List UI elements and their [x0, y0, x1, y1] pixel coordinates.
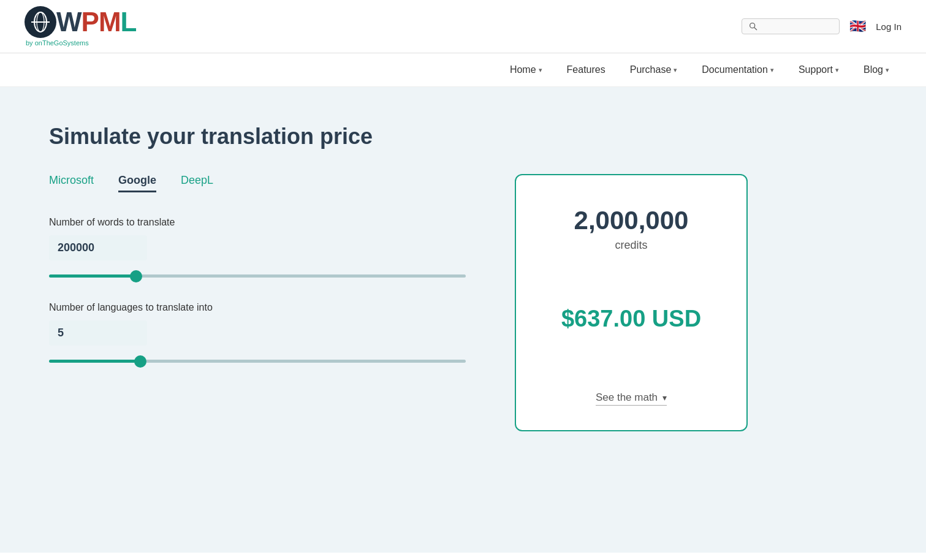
words-slider[interactable] [49, 274, 466, 278]
chevron-down-icon: ▾ [886, 66, 889, 74]
result-card: 2,000,000 credits $637.00 USD See the ma… [515, 174, 748, 431]
chevron-down-icon: ▾ [835, 66, 839, 74]
search-icon [748, 21, 758, 31]
logo-m: M [99, 7, 121, 37]
languages-label: Number of languages to translate into [49, 302, 466, 313]
logo-p: P [82, 7, 99, 37]
tab-google[interactable]: Google [118, 174, 156, 192]
chevron-down-icon: ▾ [674, 66, 677, 74]
tab-microsoft[interactable]: Microsoft [49, 174, 94, 192]
logo-area: WPML by onTheGoSystems [25, 6, 136, 47]
logo-l: L [121, 7, 137, 37]
nav-features[interactable]: Features [555, 53, 618, 86]
site-header: WPML by onTheGoSystems 🇬🇧 Log In [0, 0, 926, 53]
tab-deepl[interactable]: DeepL [181, 174, 213, 192]
nav-blog[interactable]: Blog ▾ [851, 53, 901, 86]
languages-input[interactable] [49, 320, 147, 346]
svg-point-4 [750, 23, 755, 28]
credits-section: 2,000,000 credits [574, 206, 689, 252]
result-panel: 2,000,000 credits $637.00 USD See the ma… [515, 174, 748, 431]
main-nav: Home ▾ Features Purchase ▾ Documentation… [0, 53, 926, 87]
search-box[interactable] [742, 18, 840, 34]
simulator-left: Microsoft Google DeepL Number of words t… [49, 174, 466, 387]
engine-tabs: Microsoft Google DeepL [49, 174, 466, 192]
see-math-button[interactable]: See the math ▾ [596, 392, 667, 406]
logo-w: W [56, 7, 82, 37]
nav-home[interactable]: Home ▾ [498, 53, 555, 86]
price-amount: $637.00 USD [561, 306, 701, 332]
svg-line-5 [754, 28, 757, 30]
chevron-down-icon: ▾ [539, 66, 542, 74]
languages-slider-container [49, 354, 466, 365]
credits-amount: 2,000,000 [574, 206, 689, 235]
nav-support[interactable]: Support ▾ [786, 53, 851, 86]
main-content: Simulate your translation price Microsof… [0, 87, 926, 553]
header-right: 🇬🇧 Log In [742, 18, 901, 34]
languages-slider[interactable] [49, 360, 466, 363]
logo-icon [25, 6, 56, 38]
chevron-down-icon: ▾ [662, 393, 667, 403]
words-slider-container [49, 269, 466, 280]
words-input[interactable] [49, 235, 147, 260]
words-section: Number of words to translate [49, 217, 466, 280]
logo-subtitle: by onTheGoSystems [26, 39, 89, 47]
languages-section: Number of languages to translate into [49, 302, 466, 365]
credits-label: credits [574, 239, 689, 252]
nav-documentation[interactable]: Documentation ▾ [689, 53, 786, 86]
language-flag[interactable]: 🇬🇧 [849, 18, 866, 34]
chevron-down-icon: ▾ [770, 66, 774, 74]
page-title: Simulate your translation price [49, 124, 877, 149]
words-label: Number of words to translate [49, 217, 466, 228]
nav-purchase[interactable]: Purchase ▾ [618, 53, 690, 86]
login-link[interactable]: Log In [876, 21, 901, 32]
simulator-layout: Microsoft Google DeepL Number of words t… [49, 174, 877, 431]
